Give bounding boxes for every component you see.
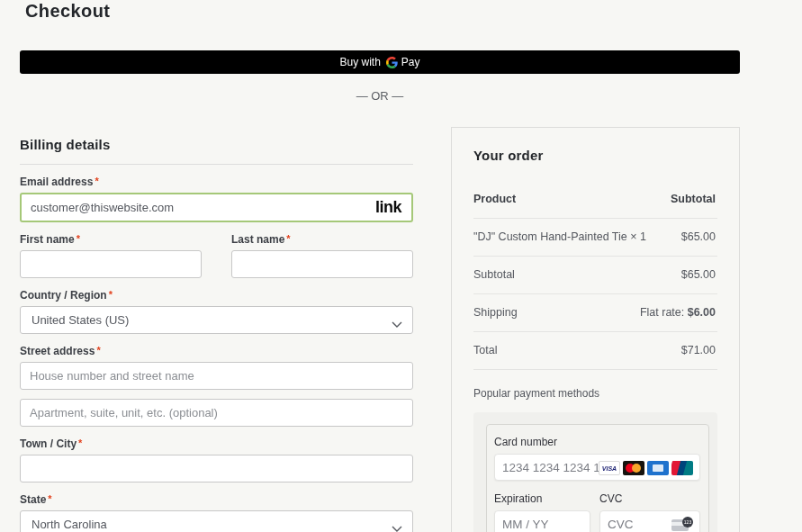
email-field[interactable] [20, 193, 413, 222]
chevron-down-icon [392, 522, 402, 532]
state-label: State* [20, 493, 413, 506]
street-address-line1-field[interactable] [20, 362, 413, 390]
cvc-input-wrap: 123 [599, 510, 700, 532]
amex-icon [647, 461, 669, 475]
required-asterisk: * [48, 493, 51, 504]
cvc-label: CVC [599, 492, 700, 505]
order-table: Product Subtotal "DJ" Custom Hand-Painte… [473, 181, 717, 370]
stripe-link-logo: link [375, 198, 401, 217]
popular-payment-methods-label: Popular payment methods [473, 387, 717, 400]
card-brand-icons: VISA [599, 461, 693, 475]
gpay-suffix-label: Pay [401, 56, 420, 68]
last-name-field[interactable] [231, 250, 413, 278]
state-select[interactable]: North Carolina [20, 510, 413, 532]
order-total-row: Total $71.00 [473, 332, 717, 370]
expiration-input-wrap [494, 510, 590, 532]
expiration-label: Expiration [494, 492, 590, 505]
order-shipping-row: Shipping Flat rate: $6.00 [473, 294, 717, 332]
order-item-subtotal: $65.00 [681, 230, 716, 243]
gpay-prefix-label: Buy with [339, 56, 380, 68]
required-asterisk: * [286, 233, 290, 244]
or-separator: — OR — [20, 89, 740, 103]
card-number-input-wrap: VISA [494, 454, 700, 481]
card-number-label: Card number [494, 436, 700, 448]
expiration-field[interactable] [502, 518, 582, 531]
subtotal-value: $65.00 [681, 268, 716, 281]
card-form-panel: Card number VISA [486, 424, 709, 532]
first-name-field[interactable] [20, 250, 202, 278]
order-subtotal-row: Subtotal $65.00 [473, 257, 717, 294]
svg-text:123: 123 [684, 519, 692, 525]
street-address-label: Street address* [20, 345, 413, 357]
last-name-label: Last name* [231, 233, 413, 246]
total-value: $71.00 [681, 344, 716, 356]
required-asterisk: * [95, 176, 98, 186]
google-pay-button[interactable]: Buy with Pay [20, 50, 740, 74]
chevron-down-icon [392, 318, 402, 331]
town-city-field[interactable] [20, 455, 413, 482]
cvc-card-icon: 123 [671, 517, 694, 532]
shipping-value: Flat rate: $6.00 [640, 306, 716, 319]
total-label: Total [473, 344, 497, 356]
product-column-header: Product [473, 193, 516, 205]
divider [20, 164, 413, 165]
subtotal-column-header: Subtotal [671, 193, 716, 205]
required-asterisk: * [109, 289, 113, 300]
required-asterisk: * [96, 345, 100, 356]
billing-details-section: Billing details Email address* link Firs… [20, 117, 413, 532]
mastercard-icon [623, 461, 644, 475]
order-item-row: "DJ" Custom Hand-Painted Tie × 1 $65.00 [473, 219, 717, 257]
subtotal-label: Subtotal [473, 268, 515, 281]
email-label: Email address* [20, 176, 413, 188]
order-summary-panel: Your order Product Subtotal "DJ" Custom … [451, 127, 740, 532]
google-g-icon [386, 57, 398, 68]
country-select-value: United States (US) [32, 313, 129, 327]
first-name-label: First name* [20, 233, 202, 246]
shipping-label: Shipping [473, 306, 518, 319]
order-item-name: "DJ" Custom Hand-Painted Tie × 1 [473, 230, 646, 243]
required-asterisk: * [78, 437, 82, 448]
checkout-page: Checkout Buy with Pay — OR — Billing det… [0, 0, 740, 532]
page-title: Checkout [25, 0, 740, 21]
payment-method-bubble: Card number VISA [473, 412, 717, 532]
country-select[interactable]: United States (US) [20, 306, 413, 334]
order-table-header: Product Subtotal [473, 181, 717, 219]
unionpay-icon [671, 461, 693, 475]
street-address-line2-field[interactable] [20, 399, 413, 427]
required-asterisk: * [77, 233, 80, 244]
visa-icon: VISA [599, 461, 620, 475]
billing-heading: Billing details [20, 137, 413, 152]
town-city-label: Town / City* [20, 437, 413, 450]
order-heading: Your order [473, 148, 717, 163]
state-select-value: North Carolina [32, 518, 107, 531]
country-label: Country / Region* [20, 289, 413, 302]
